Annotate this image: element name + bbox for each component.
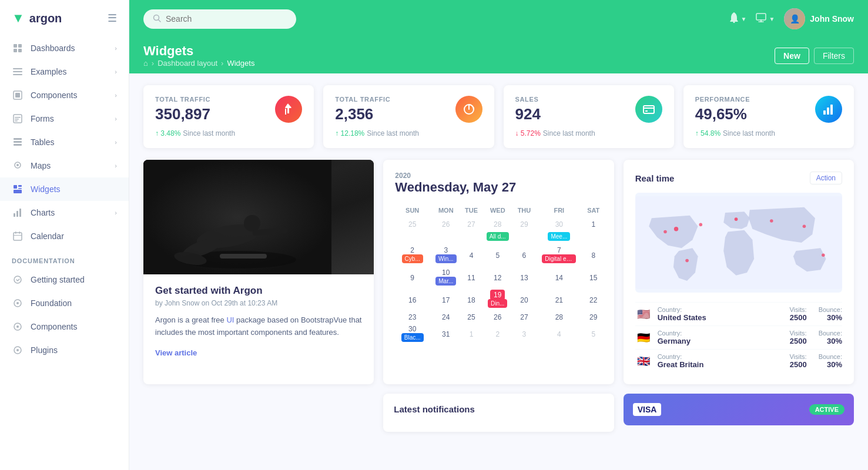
realtime-header: Real time Action — [635, 172, 842, 184]
sidebar-item-label: Examples — [31, 67, 66, 76]
calendar-day: 18 — [463, 289, 481, 311]
chevron-right-icon: › — [115, 68, 117, 75]
calendar-day[interactable]: 3Win... — [430, 244, 463, 267]
calendar-day: 2 — [480, 323, 515, 345]
sidebar-item-foundation[interactable]: Foundation — [0, 291, 129, 315]
visa-card-panel: VISA ACTIVE — [624, 394, 854, 432]
svg-rect-20 — [18, 188, 22, 189]
flag-us: 🇺🇸 — [635, 308, 652, 320]
calendar-day[interactable]: 10Mar... — [430, 267, 463, 289]
calendar-day[interactable]: 7Digital event — [534, 244, 585, 267]
tables-icon — [12, 136, 24, 148]
calendar-day: 22 — [585, 289, 602, 311]
day-header-thu: THU — [515, 204, 534, 219]
calendar-event[interactable]: Digital event — [542, 254, 576, 263]
calendar-event[interactable]: Win... — [435, 254, 457, 263]
sidebar-item-dashboards[interactable]: Dashboards › — [0, 36, 129, 60]
view-article-link[interactable]: View article — [155, 348, 197, 357]
search-bar[interactable] — [143, 9, 296, 29]
notifications-button[interactable]: ▼ — [729, 12, 747, 25]
calendar-day: 30 — [534, 219, 585, 230]
calendar-day: 3 — [515, 323, 534, 345]
filters-button[interactable]: Filters — [814, 48, 854, 64]
country-row-gb: 🇬🇧 Country: Great Britain Visits: 2500 B… — [635, 349, 842, 372]
calendar-event[interactable]: Din... — [488, 299, 507, 308]
stat-icon-chart — [455, 96, 482, 123]
calendar-day[interactable]: Mee... — [534, 230, 585, 244]
calendar-day: 16 — [395, 289, 430, 311]
svg-rect-28 — [14, 235, 22, 236]
sidebar-item-maps[interactable]: Maps › — [0, 154, 129, 177]
breadcrumb-current: Widgets — [227, 59, 254, 68]
search-input[interactable] — [166, 14, 287, 24]
calendar-event[interactable]: Cyb... — [402, 254, 423, 263]
svg-point-58 — [673, 227, 678, 231]
realtime-action-button[interactable]: Action — [810, 172, 842, 184]
calendar-day[interactable]: 30Blac... — [395, 323, 430, 345]
foundation-icon — [12, 297, 24, 309]
stat-change-text: Since last month — [723, 129, 775, 137]
calendar-card: 2020 Wednesday, May 27 SUN MON TUE WED T… — [383, 160, 614, 384]
stats-row: TOTAL TRAFFIC 350,897 ↑ 3.48% Since last… — [143, 73, 854, 148]
breadcrumb-link-dashboard-layout[interactable]: Dashboard layout — [157, 59, 217, 68]
search-icon — [153, 14, 161, 24]
calendar-day[interactable]: 2Cyb... — [395, 244, 430, 267]
stat-value: 49,65% — [695, 105, 750, 123]
examples-icon — [12, 66, 24, 78]
calendar-day: 20 — [515, 289, 534, 311]
svg-rect-1 — [18, 44, 22, 48]
ui-link[interactable]: UI — [226, 315, 234, 324]
calendar-event[interactable]: Mee... — [548, 232, 570, 241]
chevron-right-icon: › — [115, 115, 117, 122]
sidebar-toggle-button[interactable]: ☰ — [108, 12, 117, 25]
sidebar-item-forms[interactable]: Forms › — [0, 107, 129, 130]
flag-gb: 🇬🇧 — [635, 355, 652, 367]
sidebar-item-label: Charts — [31, 208, 55, 217]
world-map-svg — [635, 193, 842, 293]
sidebar-item-components[interactable]: Components › — [0, 83, 129, 107]
monitor-icon — [756, 13, 766, 25]
user-menu[interactable]: 👤 John Snow — [784, 8, 854, 29]
bounce-stat: Bounce: 30% — [819, 353, 842, 369]
stat-footer: ↓ 5.72% Since last month — [515, 129, 662, 137]
stat-icon-bars — [815, 96, 842, 123]
sidebar-item-getting-started[interactable]: Getting started — [0, 268, 129, 291]
realtime-card: Real time Action — [624, 160, 854, 384]
calendar-day: 29 — [515, 219, 534, 230]
sidebar-item-widgets[interactable]: Widgets — [0, 177, 129, 201]
svg-rect-18 — [14, 185, 17, 189]
documentation-section-title: DOCUMENTATION — [0, 248, 129, 268]
caret-icon: ▼ — [769, 16, 775, 22]
visa-card: VISA ACTIVE — [624, 394, 854, 425]
stat-value: 350,897 — [155, 105, 210, 123]
sidebar-item-calendar[interactable]: Calendar — [0, 224, 129, 248]
country-row-de: 🇩🇪 Country: Germany Visits: 2500 Bounce:… — [635, 325, 842, 349]
new-button[interactable]: New — [775, 48, 809, 64]
calendar-event[interactable]: Blac... — [401, 333, 424, 342]
breadcrumb-separator: › — [221, 59, 223, 68]
sidebar-item-charts[interactable]: Charts › — [0, 201, 129, 224]
blog-card: Get started with Argon by John Snow on O… — [143, 160, 374, 384]
sidebar-item-tables[interactable]: Tables › — [0, 130, 129, 154]
stat-label: TOTAL TRAFFIC — [335, 96, 390, 103]
sidebar-item-examples[interactable]: Examples › — [0, 60, 129, 83]
monitor-button[interactable]: ▼ — [756, 13, 775, 25]
home-icon[interactable]: ⌂ — [143, 59, 148, 68]
sidebar-item-components-doc[interactable]: Components — [0, 315, 129, 338]
svg-rect-48 — [830, 105, 833, 115]
calendar-day: 27 — [463, 219, 481, 230]
calendar-day[interactable]: 19Din... — [480, 289, 515, 311]
visits-label: Visits: — [789, 306, 806, 313]
day-header-tue: TUE — [463, 204, 481, 219]
sidebar-item-plugins[interactable]: Plugins — [0, 338, 129, 362]
calendar-event[interactable]: Mar... — [435, 277, 456, 286]
calendar-event[interactable]: All d... — [487, 232, 509, 241]
sidebar-logo: ▼ argon ☰ — [0, 0, 129, 36]
main-content: ▼ ▼ 👤 John Snow Widgets ⌂ › Dashbo — [129, 0, 868, 470]
sidebar-item-label: Foundation — [31, 298, 72, 308]
notifications-panel: Latest notifications — [383, 394, 614, 432]
chevron-right-icon: › — [115, 45, 117, 52]
calendar-day[interactable]: All d... — [480, 230, 515, 244]
notifications-title: Latest notifications — [394, 404, 603, 414]
day-header-sat: SAT — [585, 204, 602, 219]
